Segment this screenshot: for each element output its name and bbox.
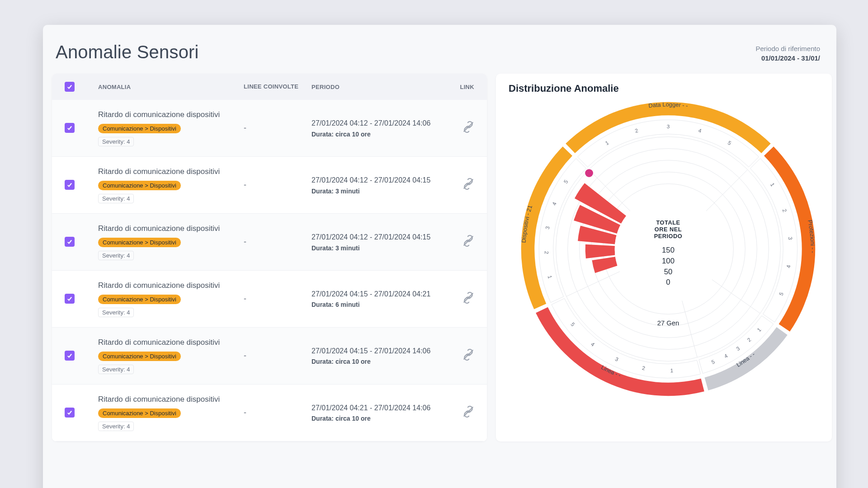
- svg-text:5: 5: [569, 321, 576, 328]
- period-cell: 27/01/2024 04:12 - 27/01/2024 04:15 Dura…: [311, 232, 447, 251]
- anomaly-severity: Severity: 4: [98, 422, 134, 431]
- svg-text:27 Gen: 27 Gen: [657, 320, 679, 327]
- table-row[interactable]: Ritardo di comunicazione dispositivi Com…: [52, 214, 487, 271]
- period-label: Periodo di riferimento: [755, 44, 820, 53]
- svg-text:4: 4: [723, 352, 729, 360]
- period-range: 27/01/2024 04:15 - 27/01/2024 14:06: [311, 346, 447, 356]
- table-row[interactable]: Ritardo di comunicazione dispositivi Com…: [52, 157, 487, 214]
- anomaly-category-badge: Comunicazione > Dispositivi: [98, 295, 181, 304]
- lines-cell: -: [244, 123, 311, 133]
- anomaly-cell: Ritardo di comunicazione dispositivi Com…: [98, 281, 244, 317]
- svg-line-20: [566, 272, 619, 296]
- anomaly-title: Ritardo di comunicazione dispositivi: [98, 338, 244, 348]
- svg-text:3: 3: [544, 225, 551, 230]
- unlink-icon[interactable]: [462, 411, 474, 419]
- svg-point-46: [585, 169, 593, 177]
- period-value: 01/01/2024 - 31/01/: [755, 53, 820, 63]
- link-cell[interactable]: [447, 121, 474, 135]
- svg-text:5: 5: [562, 178, 569, 185]
- period-duration: Durata: circa 10 ore: [311, 358, 447, 365]
- svg-text:2: 2: [634, 127, 638, 134]
- svg-text:150: 150: [662, 246, 675, 254]
- svg-text:100: 100: [662, 257, 675, 265]
- period-range: 27/01/2024 04:15 - 27/01/2024 04:21: [311, 289, 447, 299]
- unlink-icon[interactable]: [462, 240, 474, 248]
- anomaly-severity: Severity: 4: [98, 365, 134, 374]
- period-duration: Durata: 3 minuti: [311, 188, 447, 195]
- link-cell[interactable]: [447, 292, 474, 305]
- svg-text:ORE NEL: ORE NEL: [654, 226, 681, 233]
- svg-text:1: 1: [755, 327, 762, 333]
- link-cell[interactable]: [447, 235, 474, 249]
- svg-text:3: 3: [666, 123, 670, 130]
- anomaly-title: Ritardo di comunicazione dispositivi: [98, 167, 244, 177]
- content-row: ANOMALIA LINEE COINVOLTE PERIODO LINK Ri…: [43, 74, 836, 441]
- anomaly-cell: Ritardo di comunicazione dispositivi Com…: [98, 338, 244, 374]
- period-duration: Durata: circa 10 ore: [311, 415, 447, 422]
- svg-line-18: [712, 280, 760, 314]
- row-checkbox-cell[interactable]: [65, 294, 98, 304]
- period-block: Periodo di riferimento 01/01/2024 - 31/0…: [755, 44, 820, 63]
- select-all-checkbox[interactable]: [65, 82, 75, 92]
- row-checkbox[interactable]: [65, 294, 75, 304]
- svg-text:2: 2: [641, 365, 645, 371]
- period-range: 27/01/2024 04:21 - 27/01/2024 14:06: [311, 403, 447, 413]
- unlink-icon[interactable]: [462, 297, 474, 305]
- anomaly-severity: Severity: 4: [98, 194, 134, 203]
- svg-text:1: 1: [604, 140, 610, 146]
- anomaly-cell: Ritardo di comunicazione dispositivi Com…: [98, 394, 244, 431]
- unlink-icon[interactable]: [462, 354, 474, 362]
- table-row[interactable]: Ritardo di comunicazione dispositivi Com…: [52, 271, 487, 328]
- unlink-icon[interactable]: [462, 127, 474, 134]
- row-checkbox[interactable]: [65, 180, 75, 190]
- svg-text:3: 3: [614, 356, 619, 363]
- table-row[interactable]: Ritardo di comunicazione dispositivi Com…: [52, 100, 487, 157]
- row-checkbox[interactable]: [65, 123, 75, 133]
- anomalies-table: ANOMALIA LINEE COINVOLTE PERIODO LINK Ri…: [52, 74, 487, 441]
- svg-text:0: 0: [666, 278, 670, 286]
- page-header: Anomalie Sensori Periodo di riferimento …: [43, 38, 836, 74]
- svg-line-3: [464, 294, 473, 303]
- period-cell: 27/01/2024 04:15 - 27/01/2024 04:21 Dura…: [311, 289, 447, 308]
- row-checkbox-cell[interactable]: [65, 237, 98, 247]
- period-range: 27/01/2024 04:12 - 27/01/2024 14:06: [311, 118, 447, 128]
- lines-cell: -: [244, 408, 311, 418]
- row-checkbox-cell[interactable]: [65, 123, 98, 133]
- header-checkbox-cell[interactable]: [65, 82, 98, 92]
- row-checkbox[interactable]: [65, 408, 75, 418]
- svg-text:1: 1: [546, 275, 553, 279]
- anomaly-title: Ritardo di comunicazione dispositivi: [98, 110, 244, 120]
- col-link: LINK: [447, 84, 474, 90]
- period-duration: Durata: circa 10 ore: [311, 131, 447, 138]
- row-checkbox[interactable]: [65, 237, 75, 247]
- link-cell[interactable]: [447, 178, 474, 192]
- anomaly-title: Ritardo di comunicazione dispositivi: [98, 224, 244, 234]
- row-checkbox-cell[interactable]: [65, 351, 98, 361]
- anomaly-severity: Severity: 4: [98, 251, 134, 260]
- table-body: Ritardo di comunicazione dispositivi Com…: [52, 100, 487, 441]
- row-checkbox-cell[interactable]: [65, 408, 98, 418]
- svg-line-2: [464, 237, 473, 246]
- anomaly-category-badge: Comunicazione > Dispositivi: [98, 124, 181, 133]
- anomaly-title: Ritardo di comunicazione dispositivi: [98, 394, 244, 405]
- period-duration: Durata: 6 minuti: [311, 301, 447, 308]
- link-cell[interactable]: [447, 406, 474, 419]
- svg-line-5: [464, 407, 473, 416]
- chart-panel: Distribuzione Anomalie Data Logger - -Pr…: [496, 74, 832, 441]
- anomaly-cell: Ritardo di comunicazione dispositivi Com…: [98, 224, 244, 260]
- svg-line-17: [706, 169, 747, 211]
- link-cell[interactable]: [447, 349, 474, 362]
- anomaly-category-badge: Comunicazione > Dispositivi: [98, 352, 181, 361]
- period-range: 27/01/2024 04:12 - 27/01/2024 04:15: [311, 232, 447, 242]
- anomaly-category-badge: Comunicazione > Dispositivi: [98, 238, 181, 247]
- unlink-icon[interactable]: [462, 183, 474, 191]
- table-row[interactable]: Ritardo di comunicazione dispositivi Com…: [52, 385, 487, 441]
- svg-text:3: 3: [735, 345, 741, 352]
- page-root: Anomalie Sensori Periodo di riferimento …: [43, 25, 836, 488]
- row-checkbox[interactable]: [65, 351, 75, 361]
- table-row[interactable]: Ritardo di comunicazione dispositivi Com…: [52, 328, 487, 385]
- svg-text:2: 2: [781, 208, 788, 213]
- svg-text:4: 4: [551, 201, 558, 206]
- sunburst-chart: Data Logger - -Protezioni - -Linea - -Li…: [512, 93, 824, 405]
- row-checkbox-cell[interactable]: [65, 180, 98, 190]
